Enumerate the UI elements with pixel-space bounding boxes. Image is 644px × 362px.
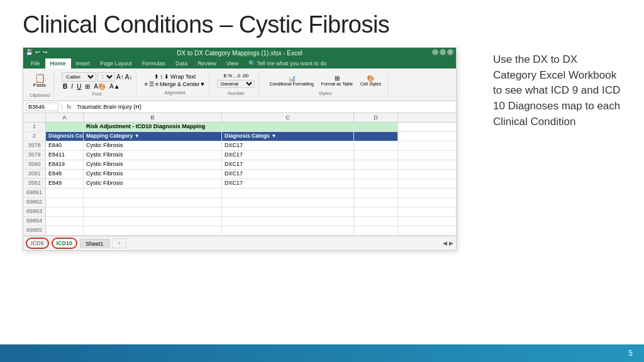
tab-tell-me[interactable]: 🔍 Tell me what you want to do (243, 58, 331, 69)
font-controls: Calibri 11 A↑ A↓ B I U ⊞ (62, 72, 132, 90)
scroll-indicator: ◀ ▶ (443, 240, 453, 246)
align-center-icon[interactable]: ☰ (149, 81, 154, 87)
undo-icon: ↩ (35, 49, 40, 55)
number-content: $ % , .0 .00 General (217, 73, 255, 88)
row-69862: 69862 (23, 198, 456, 207)
content-area: 💾 ↩ ↪ DX to DX Category Mappings (1).xls… (0, 42, 644, 362)
row-69861: 69861 (23, 189, 456, 198)
add-sheet-button[interactable]: + (112, 238, 126, 248)
font-grow-icon[interactable]: A↑ (116, 74, 124, 80)
cell-69862a (46, 198, 84, 207)
align-right-icon[interactable]: ≡ (155, 81, 158, 87)
corner-cell (23, 113, 46, 122)
wrap-text-button[interactable]: Wrap Text (170, 74, 196, 80)
clipboard-label: Clipboard (30, 92, 50, 98)
number-format-select[interactable]: General (217, 80, 255, 88)
cell-69864b (84, 217, 222, 226)
fill-color-button[interactable]: A🎨 (94, 83, 106, 90)
bold-button[interactable]: B (63, 83, 67, 90)
conditional-formatting-button[interactable]: 📊 Conditional Formatting (267, 73, 316, 88)
tab-home[interactable]: Home (45, 58, 71, 69)
align-left-icon[interactable]: ≡ (144, 81, 147, 87)
excel-titlebar: 💾 ↩ ↪ DX to DX Category Mappings (1).xls… (23, 48, 456, 58)
alignment-row2: ≡ ☰ ≡ Merge & Center▼ (144, 81, 205, 87)
side-text: Use the DX to DX Category Excel Workbook… (487, 47, 621, 129)
minimize-btn[interactable]: – (432, 49, 438, 55)
merge-center-button[interactable]: Merge & Center▼ (160, 81, 205, 87)
cell-3582a: E849 (46, 179, 84, 188)
sheet-tabs-bar: ICD9 ICD10 Sheet1 + ◀ ▶ (23, 236, 456, 250)
row-3578: 3578 E840 Cystic Fibrosis DXC17 (23, 141, 456, 151)
rownum-69863: 69863 (23, 207, 46, 216)
tab-view[interactable]: View (221, 58, 243, 69)
redo-icon: ↪ (43, 49, 48, 55)
font-color-button[interactable]: A▲ (109, 83, 120, 90)
tab-file[interactable]: File (26, 58, 45, 69)
cell-2c: Diagnosis Catego ▼ (222, 132, 354, 141)
cell-69863d (354, 207, 398, 216)
maximize-btn[interactable]: □ (440, 49, 446, 55)
rownum-69861: 69861 (23, 189, 46, 197)
cell-3581b: Cystic Fibrosis (84, 170, 222, 178)
cell-1a (46, 123, 84, 131)
sheet-tab-icd10[interactable]: ICD10 (52, 238, 78, 249)
cell-69865a (46, 226, 84, 235)
cell-69862d (354, 198, 398, 207)
font-shrink-icon[interactable]: A↓ (125, 74, 133, 80)
comma-icon: , (233, 73, 235, 79)
font-label: Font (92, 91, 102, 97)
cell-2a: Diagnosis Code ▼ (46, 132, 84, 141)
tab-insert[interactable]: Insert (71, 58, 96, 69)
decrease-decimal-icon: .00 (242, 73, 248, 79)
increase-decimal-icon: .0 (236, 73, 240, 79)
cell-69862c (222, 198, 354, 207)
cell-styles-label: Cell Styles (360, 82, 381, 86)
cell-69861b (84, 189, 222, 197)
ribbon-tabs: File Home Insert Page Layout Formulas Da… (23, 58, 456, 69)
cell-reference-input[interactable] (26, 102, 58, 111)
tab-page-layout[interactable]: Page Layout (95, 58, 137, 69)
tab-formulas[interactable]: Formulas (137, 58, 171, 69)
sheet-tab-icd9[interactable]: ICD9 (26, 238, 49, 249)
font-family-select[interactable]: Calibri (62, 72, 96, 82)
formula-input[interactable]: Traumatic Brain Injury (H) (75, 103, 453, 111)
number-row1: $ % , .0 .00 (224, 73, 249, 79)
cell-styles-button[interactable]: 🎨 Cell Styles (358, 73, 384, 88)
excel-title-label: DX to DX Category Mappings (1).xlsx - Ex… (177, 50, 303, 57)
italic-button[interactable]: I (71, 83, 73, 90)
number-label: Number (228, 90, 245, 96)
border-button[interactable]: ⊞ (85, 83, 90, 90)
cell-3582b: Cystic Fibrosis (84, 179, 222, 188)
cell-69864d (354, 217, 398, 226)
sheet-tab-sheet1[interactable]: Sheet1 (80, 239, 109, 248)
row-69864: 69864 (23, 217, 456, 226)
rownum-69865: 69865 (23, 226, 46, 235)
cell-3581d (354, 170, 398, 178)
align-bottom-icon[interactable]: ⬇ (164, 74, 169, 80)
format-as-table-button[interactable]: ⊞ Format as Table (319, 73, 355, 88)
cell-2b: Mapping Category ▼ (84, 132, 222, 141)
cell-1d (354, 123, 398, 131)
cell-69863c (222, 207, 354, 216)
clipboard-content: 📋 Paste (31, 72, 48, 90)
col-header-a: A (46, 113, 84, 122)
paste-button[interactable]: 📋 Paste (31, 72, 48, 90)
cell-1c (222, 123, 354, 131)
tab-data[interactable]: Data (170, 58, 192, 69)
align-middle-icon[interactable]: ↕ (160, 74, 164, 80)
row-1: 1 Risk Adjustment - ICD10 Diagnosis Mapp… (23, 123, 456, 132)
font-size-select[interactable]: 11 (97, 72, 115, 82)
underline-button[interactable]: U (77, 83, 81, 90)
align-top-icon[interactable]: ⬆ (154, 74, 159, 80)
tab-review[interactable]: Review (192, 58, 221, 69)
cell-3581c: DXC17 (222, 170, 354, 178)
slide: Clinical Conditions – Cystic Fibrosis 💾 … (0, 0, 644, 362)
cell-69863a (46, 207, 84, 216)
formula-bar: | fx Traumatic Brain Injury (H) (23, 101, 456, 113)
close-btn[interactable]: × (447, 49, 453, 55)
number-group: $ % , .0 .00 General Number (213, 73, 259, 96)
excel-screenshot: 💾 ↩ ↪ DX to DX Category Mappings (1).xls… (23, 47, 457, 251)
rownum-3579: 3579 (23, 151, 46, 160)
cell-3580b: Cystic Fibrosis (84, 160, 222, 169)
conditional-format-icon: 📊 (288, 75, 296, 82)
